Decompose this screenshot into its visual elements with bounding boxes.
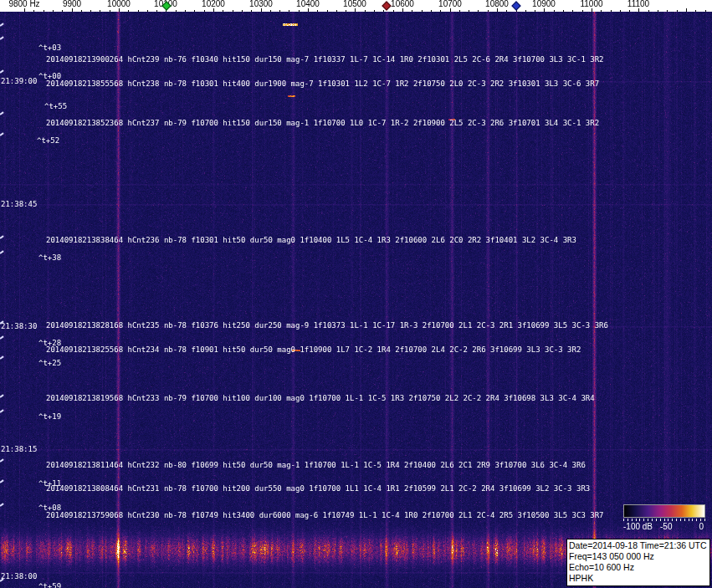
ruler-tick-mark bbox=[402, 8, 403, 12]
ruler-tick-mark bbox=[299, 10, 300, 12]
info-date-line: Date=2014-09-18 Time=21:36 UTC bbox=[569, 540, 708, 551]
ruler-tick-mark bbox=[592, 8, 592, 12]
ruler-tick-mark bbox=[638, 8, 639, 12]
meteor-echo-spectrogram-window: 9800 Hz990010000101001020010300104001050… bbox=[0, 0, 712, 588]
ruler-tick-mark bbox=[355, 8, 356, 12]
ruler-tick-mark bbox=[658, 10, 658, 12]
ruler-frequency-label: 10700 bbox=[438, 0, 462, 8]
ruler-tick-mark bbox=[336, 10, 337, 12]
ruler-tick-mark bbox=[176, 10, 177, 12]
info-station-line: HPHK bbox=[569, 573, 708, 584]
ruler-tick-mark bbox=[695, 10, 696, 12]
ruler-frequency-label: 10200 bbox=[202, 0, 225, 8]
ruler-tick-mark bbox=[185, 10, 186, 12]
ruler-tick-mark bbox=[233, 10, 233, 12]
ruler-tick-mark bbox=[365, 10, 366, 12]
ruler-tick-mark bbox=[62, 10, 63, 12]
ruler-tick-mark bbox=[535, 10, 535, 12]
legend-label-mid: -50 bbox=[660, 522, 672, 531]
ruler-tick-mark bbox=[488, 10, 489, 12]
ruler-tick-mark bbox=[431, 10, 432, 12]
ruler-tick-mark bbox=[506, 10, 507, 12]
ruler-frequency-label: 10600 bbox=[391, 0, 414, 8]
ruler-tick-mark bbox=[53, 10, 54, 12]
ruler-frequency-label: 10900 bbox=[532, 0, 556, 8]
ruler-tick-mark bbox=[72, 8, 73, 12]
ruler-tick-mark bbox=[44, 10, 44, 12]
ruler-tick-mark bbox=[383, 10, 384, 12]
ruler-frequency-label: 10000 bbox=[107, 0, 131, 8]
ruler-tick-mark bbox=[611, 10, 612, 12]
legend-tick-mark bbox=[623, 519, 624, 521]
ruler-tick-mark bbox=[601, 10, 602, 12]
legend-tick-mark bbox=[704, 519, 705, 521]
ruler-tick-mark bbox=[110, 10, 110, 12]
legend-tick-mark bbox=[676, 519, 677, 521]
ruler-tick-mark bbox=[620, 10, 621, 12]
legend-tick-mark bbox=[660, 519, 661, 521]
ruler-tick-mark bbox=[374, 10, 375, 12]
ruler-tick-mark bbox=[648, 10, 649, 12]
ruler-tick-mark bbox=[213, 8, 214, 12]
legend-label-min: -100 dB bbox=[623, 522, 653, 531]
ruler-tick-mark bbox=[525, 10, 526, 12]
legend-tick-mark bbox=[668, 519, 668, 521]
ruler-tick-mark bbox=[412, 10, 412, 12]
ruler-tick-mark bbox=[289, 10, 289, 12]
ruler-tick-mark bbox=[242, 10, 243, 12]
legend-tick-mark bbox=[636, 519, 637, 521]
ruler-frequency-label: 10500 bbox=[343, 0, 366, 8]
ruler-tick-mark bbox=[147, 10, 148, 12]
info-freq-line: Freq=143 050 000 Hz bbox=[569, 551, 708, 562]
legend-tick-mark bbox=[680, 519, 681, 521]
spectrogram-canvas bbox=[0, 12, 712, 588]
ruler-tick-mark bbox=[270, 10, 271, 12]
frequency-ruler: 9800 Hz990010000101001020010300104001050… bbox=[0, 0, 712, 12]
legend-tick-mark bbox=[689, 519, 689, 521]
ruler-tick-mark bbox=[393, 10, 394, 12]
info-echo-line: Echo=10 600 Hz bbox=[569, 562, 708, 573]
ruler-tick-mark bbox=[440, 10, 441, 12]
ruler-tick-mark bbox=[194, 10, 195, 12]
ruler-tick-mark bbox=[204, 10, 205, 12]
ruler-tick-mark bbox=[33, 10, 34, 12]
ruler-tick-mark bbox=[261, 8, 262, 12]
legend-label-max: 0 bbox=[699, 522, 704, 531]
ruler-frequency-label: 9800 Hz bbox=[8, 0, 39, 8]
legend-tick-mark bbox=[672, 519, 673, 521]
ruler-tick-mark bbox=[667, 10, 668, 12]
legend-tick-mark bbox=[627, 519, 628, 521]
ruler-frequency-label: 10800 bbox=[485, 0, 509, 8]
ruler-tick-mark bbox=[100, 10, 100, 12]
ruler-tick-mark bbox=[572, 10, 573, 12]
status-info-box: Date=2014-09-18 Time=21:36 UTC Freq=143 … bbox=[566, 539, 710, 586]
ruler-tick-mark bbox=[450, 8, 451, 12]
ruler-tick-mark bbox=[582, 10, 583, 12]
ruler-tick-mark bbox=[422, 10, 423, 12]
red-diamond-marker[interactable] bbox=[382, 1, 391, 10]
ruler-frequency-label: 11100 bbox=[627, 0, 649, 8]
legend-tick-mark bbox=[696, 519, 697, 521]
ruler-tick-mark bbox=[138, 10, 139, 12]
db-scale-legend: -100 dB -50 0 bbox=[623, 504, 708, 534]
ruler-frequency-label: 10400 bbox=[296, 0, 320, 8]
ruler-tick-mark bbox=[327, 10, 328, 12]
ruler-tick-mark bbox=[544, 8, 545, 12]
legend-tick-mark bbox=[692, 519, 693, 521]
legend-tick-row bbox=[623, 519, 705, 521]
ruler-tick-mark bbox=[563, 10, 564, 12]
ruler-tick-mark bbox=[497, 8, 498, 12]
legend-tick-mark bbox=[684, 519, 685, 521]
ruler-tick-mark bbox=[24, 8, 25, 12]
blue-diamond-marker[interactable] bbox=[511, 1, 520, 10]
ruler-tick-mark bbox=[459, 10, 460, 12]
ruler-tick-mark bbox=[128, 10, 129, 12]
ruler-tick-mark bbox=[469, 10, 469, 12]
ruler-tick-mark bbox=[478, 10, 479, 12]
ruler-tick-mark bbox=[223, 10, 223, 12]
ruler-frequency-label: 11000 bbox=[580, 0, 602, 8]
colormap-gradient-bar bbox=[623, 504, 705, 518]
ruler-tick-mark bbox=[677, 10, 678, 12]
ruler-frequency-label: 10300 bbox=[249, 0, 273, 8]
ruler-tick-mark bbox=[90, 10, 91, 12]
